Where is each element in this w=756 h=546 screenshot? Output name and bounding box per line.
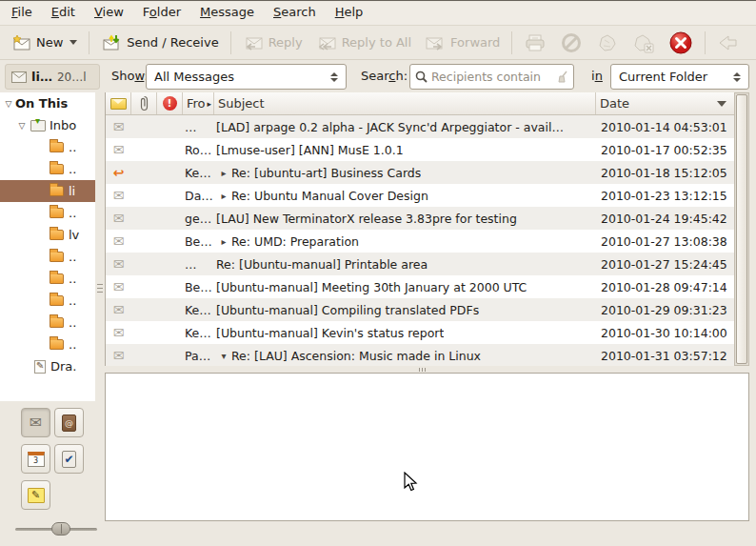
thread-expander-icon[interactable]: ▾ xyxy=(216,351,231,361)
slider-knob[interactable] xyxy=(51,522,70,536)
message-list-scrollbar[interactable] xyxy=(734,92,749,366)
paperclip-icon xyxy=(139,95,149,111)
message-row[interactable]: Pa… ▾Re: [LAU] Ascension: Music made in … xyxy=(106,344,734,366)
current-folder-indicator[interactable]: li… 20…l xyxy=(5,64,100,90)
reply-to-all-label: Reply to All xyxy=(342,35,411,50)
tree-root-on-this-computer[interactable]: ▽ On This xyxy=(0,92,95,114)
tree-item-inbox[interactable]: ▽ Inbo xyxy=(0,114,95,136)
message-row[interactable]: … Re: [Ubuntu-manual] Printable area 201… xyxy=(106,253,734,275)
contacts-view-button[interactable]: @ xyxy=(54,408,84,437)
show-filter-dropdown[interactable]: All Messages xyxy=(146,64,347,90)
message-subject: Re: [ubuntu-art] Business Cards xyxy=(231,166,421,180)
menu-edit[interactable]: Edit xyxy=(42,2,85,25)
message-row[interactable]: Da… ▸Re: Ubuntu Manual Cover Design 2010… xyxy=(106,184,734,207)
search-field[interactable] xyxy=(409,64,574,90)
thread-expander-icon[interactable]: ▸ xyxy=(216,236,231,247)
calendar-view-button[interactable]: 3 xyxy=(21,444,50,474)
message-row[interactable]: Ke… ▸Re: [ubuntu-art] Business Cards 201… xyxy=(106,161,734,184)
splitter-grip-icon xyxy=(97,281,103,295)
menu-bar: File Edit View Folder Message Search Hel… xyxy=(0,2,756,26)
folder-icon xyxy=(50,273,64,284)
expander-open-icon[interactable]: ▽ xyxy=(2,99,15,109)
mail-view-button[interactable]: ✉ xyxy=(21,408,50,437)
folder-label: .. xyxy=(69,293,76,308)
subject-header-label: Subject xyxy=(218,96,265,111)
memos-view-button[interactable]: ✎ xyxy=(21,480,50,510)
message-status-icon xyxy=(113,120,125,134)
menu-search[interactable]: Search xyxy=(264,2,326,25)
cancel-button[interactable] xyxy=(662,27,700,59)
clear-broom-icon[interactable] xyxy=(557,71,568,83)
preview-splitter[interactable] xyxy=(105,366,749,373)
not-junk-button[interactable] xyxy=(626,29,662,57)
envelope-icon xyxy=(11,71,27,83)
menu-file[interactable]: File xyxy=(2,2,42,25)
message-row[interactable]: Ke… [Ubuntu-manual] Kevin's status repor… xyxy=(106,321,734,344)
junk-icon xyxy=(596,32,619,53)
forward-icon xyxy=(425,34,446,51)
tree-item-folder[interactable]: .. xyxy=(0,334,95,355)
message-row[interactable]: Be… ▸Re: UMD: Preparation 2010-01-27 13:… xyxy=(106,230,734,253)
message-row[interactable]: Ro… [Lmuse-user] [ANN] MusE 1.0.1 2010-0… xyxy=(106,138,734,161)
tree-item-drafts[interactable]: Dra. xyxy=(0,355,95,377)
message-row[interactable]: Ke… [Ubuntu-manual] Compiling translated… xyxy=(106,298,734,321)
expander-open-icon[interactable]: ▽ xyxy=(15,121,29,131)
message-row[interactable]: ge… [LAU] New TerminatorX release 3.83pr… xyxy=(106,207,734,230)
menu-folder[interactable]: Folder xyxy=(133,2,190,25)
toolbar-separator xyxy=(89,31,90,54)
thread-expander-icon[interactable]: ▸ xyxy=(216,168,231,178)
stop-button[interactable] xyxy=(553,28,589,58)
print-button[interactable] xyxy=(517,29,553,57)
message-date: 2010-01-18 15:12:05 xyxy=(596,166,734,180)
column-header-status[interactable] xyxy=(106,92,131,114)
junk-button[interactable] xyxy=(589,29,626,57)
tree-item-folder[interactable]: .. xyxy=(0,268,95,290)
message-subject: Re: Ubuntu Manual Cover Design xyxy=(231,189,428,203)
switcher-style-slider[interactable] xyxy=(15,522,97,536)
forward-button[interactable]: Forward xyxy=(418,30,507,55)
menu-help[interactable]: Help xyxy=(326,2,373,25)
search-input[interactable] xyxy=(431,70,553,84)
folder-label: lv xyxy=(69,228,79,242)
drafts-label: Dra. xyxy=(50,359,76,374)
column-header-subject[interactable]: Subject xyxy=(214,92,596,114)
reply-to-all-button[interactable]: Reply to All xyxy=(309,30,418,55)
column-header-attachment[interactable] xyxy=(131,92,157,114)
send-receive-button[interactable]: Send / Receive xyxy=(94,30,225,56)
next-button[interactable] xyxy=(746,29,756,57)
message-subject-cell: [Ubuntu-manual] Kevin's status report xyxy=(214,326,596,340)
sort-chevron-icon xyxy=(717,101,726,107)
sidebar-splitter[interactable] xyxy=(95,92,105,401)
menu-view[interactable]: View xyxy=(85,2,133,25)
reply-button[interactable]: Reply xyxy=(236,30,309,55)
tree-item-folder[interactable]: .. xyxy=(0,246,95,268)
tasks-view-button[interactable]: ✔ xyxy=(54,444,84,474)
message-subject: [Ubuntu-manual] Kevin's status report xyxy=(216,326,444,340)
message-status-icon xyxy=(113,212,125,226)
tree-item-folder[interactable]: .. xyxy=(0,136,95,158)
tree-item-folder[interactable]: .. xyxy=(0,158,95,180)
message-subject-cell: [LAD] arpage 0.2 alpha - JACK Sync'd Arp… xyxy=(214,120,596,134)
scrollbar-thumb[interactable] xyxy=(736,94,747,364)
message-row[interactable]: … [LAD] arpage 0.2 alpha - JACK Sync'd A… xyxy=(106,115,734,138)
toolbar: New Send / Receive Reply Reply to All xyxy=(0,26,756,60)
thread-expander-icon[interactable]: ▸ xyxy=(216,191,231,201)
menu-message[interactable]: Message xyxy=(190,2,264,25)
tree-item-folder[interactable]: .. xyxy=(0,202,95,224)
toolbar-separator xyxy=(230,31,231,54)
message-row[interactable]: Be… [Ubuntu-manual] Meeting 30th January… xyxy=(106,275,734,298)
previous-button[interactable] xyxy=(710,29,746,57)
column-header-date[interactable]: Date xyxy=(596,92,734,114)
toolbar-separator xyxy=(511,31,512,54)
folder-icon xyxy=(50,252,64,262)
address-book-icon: @ xyxy=(62,415,76,432)
search-scope-dropdown[interactable]: Current Folder xyxy=(610,64,749,90)
column-header-priority[interactable]: ! xyxy=(157,92,183,114)
tree-item-folder[interactable]: .. xyxy=(0,312,95,334)
tree-item-folder[interactable]: li xyxy=(0,180,95,202)
tree-item-folder[interactable]: .. xyxy=(0,290,95,312)
current-folder-count: 20…l xyxy=(57,71,87,84)
tree-item-folder[interactable]: lv xyxy=(0,224,95,246)
new-button[interactable]: New xyxy=(4,30,84,56)
column-header-from[interactable]: Fro ▸ xyxy=(183,92,214,114)
